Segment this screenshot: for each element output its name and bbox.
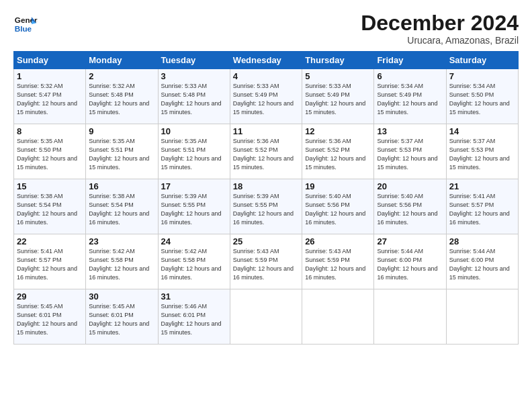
subtitle: Urucara, Amazonas, Brazil <box>361 35 519 46</box>
header-wednesday: Wednesday <box>230 52 302 69</box>
table-row: 17 Sunrise: 5:39 AMSunset: 5:55 PMDaylig… <box>158 179 230 234</box>
table-row: 5 Sunrise: 5:33 AMSunset: 5:49 PMDayligh… <box>302 69 374 124</box>
table-row: 24 Sunrise: 5:42 AMSunset: 5:58 PMDaylig… <box>158 234 230 289</box>
table-row: 25 Sunrise: 5:43 AMSunset: 5:59 PMDaylig… <box>230 234 302 289</box>
day-info: Sunrise: 5:37 AMSunset: 5:53 PMDaylight:… <box>449 137 515 172</box>
svg-text:Blue: Blue <box>15 24 32 33</box>
day-info: Sunrise: 5:44 AMSunset: 6:00 PMDaylight:… <box>449 247 515 282</box>
day-info: Sunrise: 5:37 AMSunset: 5:53 PMDaylight:… <box>377 137 443 172</box>
day-number: 28 <box>449 236 515 246</box>
table-row: 4 Sunrise: 5:33 AMSunset: 5:49 PMDayligh… <box>230 69 302 124</box>
header-sunday: Sunday <box>14 52 86 69</box>
day-number: 31 <box>161 291 227 302</box>
day-info: Sunrise: 5:33 AMSunset: 5:49 PMDaylight:… <box>305 82 371 117</box>
day-info: Sunrise: 5:43 AMSunset: 5:59 PMDaylight:… <box>305 247 371 282</box>
table-row: 28 Sunrise: 5:44 AMSunset: 6:00 PMDaylig… <box>446 234 518 289</box>
day-info: Sunrise: 5:42 AMSunset: 5:58 PMDaylight:… <box>161 247 227 282</box>
day-info: Sunrise: 5:39 AMSunset: 5:55 PMDaylight:… <box>161 192 227 227</box>
day-number: 24 <box>161 236 227 246</box>
day-info: Sunrise: 5:34 AMSunset: 5:50 PMDaylight:… <box>449 82 515 117</box>
day-number: 4 <box>233 71 299 81</box>
day-number: 20 <box>377 181 443 191</box>
day-number: 16 <box>89 181 154 191</box>
table-row: 13 Sunrise: 5:37 AMSunset: 5:53 PMDaylig… <box>374 124 446 179</box>
header-thursday: Thursday <box>302 52 374 69</box>
day-number: 10 <box>161 126 227 136</box>
table-row: 21 Sunrise: 5:41 AMSunset: 5:57 PMDaylig… <box>446 179 518 234</box>
day-number: 11 <box>233 126 299 136</box>
table-row: 14 Sunrise: 5:37 AMSunset: 5:53 PMDaylig… <box>446 124 518 179</box>
day-number: 25 <box>233 236 299 246</box>
day-number: 3 <box>161 71 227 81</box>
day-info: Sunrise: 5:33 AMSunset: 5:48 PMDaylight:… <box>161 82 227 117</box>
day-number: 18 <box>233 181 299 191</box>
day-info: Sunrise: 5:38 AMSunset: 5:54 PMDaylight:… <box>17 192 83 227</box>
day-info: Sunrise: 5:35 AMSunset: 5:51 PMDaylight:… <box>161 137 227 172</box>
day-info: Sunrise: 5:34 AMSunset: 5:49 PMDaylight:… <box>377 82 443 117</box>
day-info: Sunrise: 5:45 AMSunset: 6:01 PMDaylight:… <box>17 302 83 337</box>
day-number: 14 <box>449 126 515 136</box>
day-number: 9 <box>89 126 154 136</box>
day-number: 19 <box>305 181 371 191</box>
day-number: 30 <box>89 291 154 302</box>
title-block: December 2024 Urucara, Amazonas, Brazil <box>361 12 519 46</box>
day-info: Sunrise: 5:46 AMSunset: 6:01 PMDaylight:… <box>161 302 227 337</box>
day-info: Sunrise: 5:42 AMSunset: 5:58 PMDaylight:… <box>89 247 154 282</box>
header-saturday: Saturday <box>446 52 518 69</box>
page: General Blue December 2024 Urucara, Amaz… <box>0 0 532 411</box>
header-friday: Friday <box>374 52 446 69</box>
day-info: Sunrise: 5:45 AMSunset: 6:01 PMDaylight:… <box>89 302 154 337</box>
day-info: Sunrise: 5:35 AMSunset: 5:50 PMDaylight:… <box>17 137 83 172</box>
day-number: 6 <box>377 71 443 81</box>
month-title: December 2024 <box>361 12 519 34</box>
table-row: 8 Sunrise: 5:35 AMSunset: 5:50 PMDayligh… <box>14 124 86 179</box>
day-info: Sunrise: 5:44 AMSunset: 6:00 PMDaylight:… <box>377 247 443 282</box>
table-row: 30 Sunrise: 5:45 AMSunset: 6:01 PMDaylig… <box>86 289 158 345</box>
day-number: 23 <box>89 236 154 246</box>
table-row: 6 Sunrise: 5:34 AMSunset: 5:49 PMDayligh… <box>374 69 446 124</box>
table-row: 16 Sunrise: 5:38 AMSunset: 5:54 PMDaylig… <box>86 179 158 234</box>
table-row: 26 Sunrise: 5:43 AMSunset: 5:59 PMDaylig… <box>302 234 374 289</box>
empty-cell <box>446 289 518 345</box>
logo: General Blue <box>13 12 38 36</box>
empty-cell <box>230 289 302 345</box>
day-number: 5 <box>305 71 371 81</box>
day-info: Sunrise: 5:33 AMSunset: 5:49 PMDaylight:… <box>233 82 299 117</box>
day-info: Sunrise: 5:39 AMSunset: 5:55 PMDaylight:… <box>233 192 299 227</box>
day-info: Sunrise: 5:40 AMSunset: 5:56 PMDaylight:… <box>305 192 371 227</box>
day-number: 13 <box>377 126 443 136</box>
day-number: 17 <box>161 181 227 191</box>
day-number: 12 <box>305 126 371 136</box>
day-info: Sunrise: 5:32 AMSunset: 5:47 PMDaylight:… <box>17 82 83 117</box>
day-number: 7 <box>449 71 515 81</box>
day-number: 26 <box>305 236 371 246</box>
table-row: 7 Sunrise: 5:34 AMSunset: 5:50 PMDayligh… <box>446 69 518 124</box>
day-info: Sunrise: 5:41 AMSunset: 5:57 PMDaylight:… <box>449 192 515 227</box>
day-info: Sunrise: 5:36 AMSunset: 5:52 PMDaylight:… <box>233 137 299 172</box>
table-row: 22 Sunrise: 5:41 AMSunset: 5:57 PMDaylig… <box>14 234 86 289</box>
header-row: General Blue December 2024 Urucara, Amaz… <box>13 12 519 46</box>
logo-icon: General Blue <box>13 12 38 36</box>
day-number: 2 <box>89 71 154 81</box>
table-row: 20 Sunrise: 5:40 AMSunset: 5:56 PMDaylig… <box>374 179 446 234</box>
day-info: Sunrise: 5:38 AMSunset: 5:54 PMDaylight:… <box>89 192 154 227</box>
day-info: Sunrise: 5:40 AMSunset: 5:56 PMDaylight:… <box>377 192 443 227</box>
table-row: 2 Sunrise: 5:32 AMSunset: 5:48 PMDayligh… <box>86 69 158 124</box>
calendar: Sunday Monday Tuesday Wednesday Thursday… <box>13 51 519 345</box>
table-row: 11 Sunrise: 5:36 AMSunset: 5:52 PMDaylig… <box>230 124 302 179</box>
table-row: 9 Sunrise: 5:35 AMSunset: 5:51 PMDayligh… <box>86 124 158 179</box>
day-number: 27 <box>377 236 443 246</box>
day-info: Sunrise: 5:36 AMSunset: 5:52 PMDaylight:… <box>305 137 371 172</box>
table-row: 27 Sunrise: 5:44 AMSunset: 6:00 PMDaylig… <box>374 234 446 289</box>
day-number: 29 <box>17 291 83 302</box>
day-info: Sunrise: 5:41 AMSunset: 5:57 PMDaylight:… <box>17 247 83 282</box>
day-number: 8 <box>17 126 83 136</box>
day-info: Sunrise: 5:32 AMSunset: 5:48 PMDaylight:… <box>89 82 154 117</box>
day-info: Sunrise: 5:43 AMSunset: 5:59 PMDaylight:… <box>233 247 299 282</box>
empty-cell <box>302 289 374 345</box>
table-row: 18 Sunrise: 5:39 AMSunset: 5:55 PMDaylig… <box>230 179 302 234</box>
empty-cell <box>374 289 446 345</box>
header-monday: Monday <box>86 52 158 69</box>
table-row: 23 Sunrise: 5:42 AMSunset: 5:58 PMDaylig… <box>86 234 158 289</box>
calendar-header-row: Sunday Monday Tuesday Wednesday Thursday… <box>14 52 519 69</box>
